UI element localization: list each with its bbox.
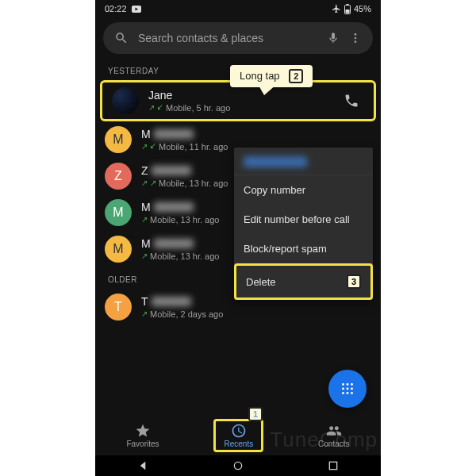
battery-icon: [344, 4, 351, 14]
menu-edit[interactable]: Edit number before call: [234, 205, 373, 234]
svg-point-12: [351, 388, 353, 390]
badge-2: 2: [289, 69, 303, 83]
svg-point-5: [355, 37, 357, 40]
nav-favorites[interactable]: Favorites: [118, 421, 167, 450]
svg-point-7: [342, 383, 344, 386]
search-icon: [114, 31, 129, 45]
svg-point-9: [351, 383, 353, 386]
svg-point-14: [347, 392, 349, 394]
search-placeholder: Search contacts & places: [138, 32, 317, 44]
svg-point-16: [234, 462, 241, 469]
svg-point-13: [342, 392, 344, 394]
back-button[interactable]: [136, 459, 149, 472]
phone-screen: 02:22 45% Search contacts & places Lo: [95, 0, 381, 476]
call-sub: ↗↗ Mobile, 5 hr. ago: [148, 103, 329, 113]
status-time: 02:22: [105, 4, 127, 13]
badge-3: 3: [347, 274, 361, 289]
nav-recents[interactable]: 1 Recents: [213, 419, 263, 452]
badge-1: 1: [248, 407, 263, 421]
call-icon[interactable]: [339, 93, 364, 109]
dialpad-fab[interactable]: [328, 370, 367, 408]
home-button[interactable]: [232, 459, 244, 472]
tooltip-longtap: Long tap 2: [230, 65, 313, 87]
context-menu: Copy number Edit number before call Bloc…: [234, 148, 373, 300]
svg-rect-3: [345, 10, 349, 13]
svg-point-4: [355, 33, 357, 36]
recents-button[interactable]: [327, 459, 340, 472]
youtube-icon: [132, 6, 141, 13]
more-icon[interactable]: [349, 32, 362, 44]
svg-point-15: [351, 392, 353, 394]
call-name: M: [141, 128, 371, 141]
system-nav: [95, 455, 381, 476]
menu-delete[interactable]: Delete 3: [234, 263, 373, 300]
avatar: T: [105, 294, 132, 321]
menu-number: [234, 148, 373, 175]
svg-rect-17: [329, 462, 336, 469]
call-sub: ↗ Mobile, 2 days ago: [141, 309, 371, 319]
call-name: Jane: [148, 89, 329, 102]
avatar: M: [105, 199, 132, 226]
bottom-nav: Favorites 1 Recents Contacts: [95, 416, 381, 455]
svg-point-6: [355, 40, 357, 43]
menu-copy[interactable]: Copy number: [234, 175, 373, 205]
battery-text: 45%: [354, 4, 371, 13]
mic-icon[interactable]: [327, 32, 340, 44]
search-bar[interactable]: Search contacts & places: [103, 22, 373, 54]
avatar: M: [105, 126, 132, 153]
avatar: M: [105, 236, 132, 263]
airplane-icon: [332, 4, 341, 13]
nav-contacts[interactable]: Contacts: [310, 421, 357, 450]
svg-point-11: [347, 388, 349, 390]
svg-point-8: [347, 383, 349, 386]
menu-block[interactable]: Block/report spam: [234, 234, 373, 263]
svg-point-10: [342, 388, 344, 390]
avatar: [112, 87, 139, 114]
avatar: Z: [105, 163, 132, 190]
status-bar: 02:22 45%: [95, 0, 381, 17]
